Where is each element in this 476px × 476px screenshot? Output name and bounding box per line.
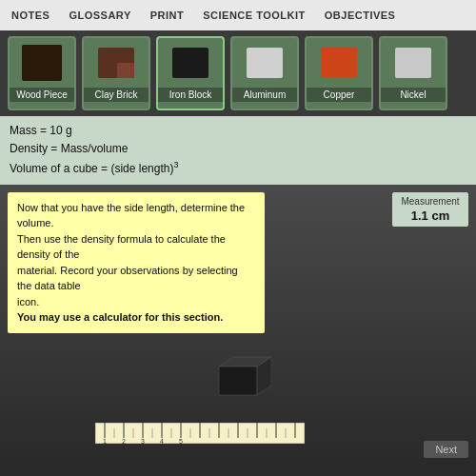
- clay-icon-container: [84, 38, 149, 88]
- iron-icon-container: [158, 38, 223, 88]
- material-aluminum[interactable]: Aluminum: [230, 36, 299, 110]
- mass-text: Mass = 10 g: [10, 122, 466, 140]
- svg-text:1: 1: [103, 438, 107, 444]
- material-nickel[interactable]: Nickel: [379, 36, 447, 110]
- copper-label: Copper: [307, 88, 371, 102]
- iron-block-3d-svg: [205, 352, 271, 405]
- svg-text:5: 5: [179, 438, 183, 444]
- aluminum-icon-container: [232, 38, 297, 88]
- main-area: Now that you have the side length, deter…: [0, 185, 476, 461]
- next-button-area: Next: [424, 440, 468, 457]
- instruction-box: Now that you have the side length, deter…: [8, 192, 265, 333]
- nav-notes[interactable]: NOTES: [11, 10, 50, 21]
- material-clay[interactable]: Clay Brick: [82, 36, 150, 110]
- svg-rect-1: [219, 367, 257, 395]
- aluminum-icon: [247, 48, 283, 78]
- wood-label: Wood Piece: [10, 88, 74, 102]
- material-iron[interactable]: Iron Block: [156, 36, 225, 110]
- instruction-line3: material. Record your observations by se…: [17, 263, 255, 294]
- svg-text:4: 4: [160, 438, 164, 444]
- wood-icon-container: [10, 38, 74, 88]
- nav-print[interactable]: PRINT: [150, 10, 185, 21]
- nav-glossary[interactable]: GLOSSARY: [69, 10, 130, 21]
- density-text: Density = Mass/volume: [10, 140, 466, 158]
- svg-text:3: 3: [141, 438, 145, 444]
- clay-brick-icon: [98, 48, 134, 78]
- ruler: 1 2 3 4 5: [95, 423, 305, 444]
- nickel-icon-container: [381, 38, 446, 88]
- material-wood[interactable]: Wood Piece: [8, 36, 76, 110]
- measurement-panel: Measurement 1.1 cm: [392, 192, 468, 227]
- iron-block-icon: [172, 48, 208, 78]
- iron-label: Iron Block: [158, 88, 223, 102]
- wood-piece-icon: [22, 45, 62, 81]
- instruction-bold: You may use a calculator for this sectio…: [17, 309, 255, 326]
- info-panel: Mass = 10 g Density = Mass/volume Volume…: [0, 116, 476, 185]
- aluminum-label: Aluminum: [232, 88, 297, 102]
- instruction-line4: icon.: [17, 294, 255, 310]
- nav-bar: NOTES GLOSSARY PRINT SCIENCE TOOLKIT OBJ…: [0, 0, 476, 30]
- copper-icon: [321, 48, 357, 78]
- instruction-line1: Now that you have the side length, deter…: [17, 200, 255, 231]
- iron-block-scene: [205, 352, 271, 408]
- next-button[interactable]: Next: [424, 441, 468, 458]
- measurement-value: 1.1 cm: [400, 208, 461, 223]
- svg-text:2: 2: [122, 438, 126, 444]
- nav-objectives[interactable]: OBJECTIVES: [325, 10, 396, 21]
- materials-bar: Wood Piece Clay Brick Iron Block Aluminu…: [0, 30, 476, 116]
- instruction-line2: Then use the density formula to calculat…: [17, 231, 255, 263]
- clay-label: Clay Brick: [84, 88, 149, 102]
- volume-text: Volume of a cube = (side length)3: [10, 158, 466, 178]
- nickel-label: Nickel: [381, 88, 446, 102]
- nav-science-toolkit[interactable]: SCIENCE TOOLKIT: [203, 10, 306, 21]
- nickel-icon: [395, 48, 431, 78]
- ruler-svg: 1 2 3 4 5: [95, 423, 305, 444]
- material-copper[interactable]: Copper: [305, 36, 373, 110]
- measurement-label: Measurement: [400, 196, 461, 207]
- copper-icon-container: [307, 38, 371, 88]
